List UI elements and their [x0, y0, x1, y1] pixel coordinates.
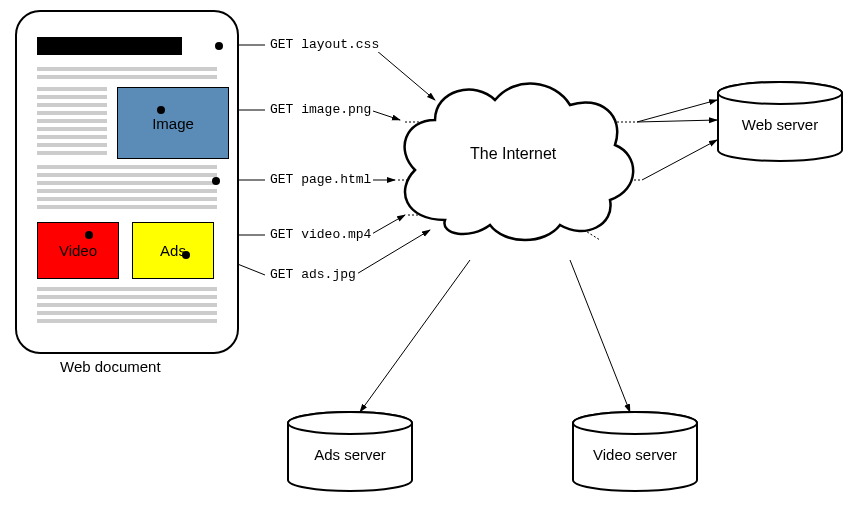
- text-line: [37, 287, 217, 291]
- text-line: [37, 75, 217, 79]
- svg-line-19: [570, 260, 630, 412]
- video-box: Video: [37, 222, 119, 279]
- get-ads-label: GET ads.jpg: [268, 267, 358, 282]
- video-label: Video: [59, 242, 97, 259]
- text-line: [37, 181, 217, 185]
- text-line: [37, 151, 107, 155]
- web-document-box: Image Video Ads: [15, 10, 239, 354]
- text-line: [37, 135, 107, 139]
- svg-point-21: [718, 82, 842, 104]
- text-line: [37, 165, 217, 169]
- text-line: [37, 197, 217, 201]
- web-document-label: Web document: [60, 358, 161, 375]
- dot-video: [85, 231, 93, 239]
- text-line: [37, 143, 107, 147]
- text-line: [37, 205, 217, 209]
- get-image-label: GET image.png: [268, 102, 373, 117]
- dot-layout: [215, 42, 223, 50]
- web-server-label: Web server: [742, 108, 818, 133]
- dot-image: [157, 106, 165, 114]
- get-layout-label: GET layout.css: [268, 37, 381, 52]
- image-box: Image: [117, 87, 229, 159]
- text-line: [37, 103, 107, 107]
- svg-line-18: [360, 260, 470, 412]
- ads-server-cylinder: Ads server: [285, 410, 415, 490]
- text-line: [37, 295, 217, 299]
- get-video-label: GET video.mp4: [268, 227, 373, 242]
- image-label: Image: [152, 115, 194, 132]
- text-line: [37, 127, 107, 131]
- text-line: [37, 319, 217, 323]
- text-line: [37, 173, 217, 177]
- svg-line-16: [637, 120, 717, 122]
- dot-ads: [182, 251, 190, 259]
- video-server-cylinder: Video server: [570, 410, 700, 490]
- text-line: [37, 95, 107, 99]
- web-server-cylinder: Web server: [715, 80, 845, 160]
- text-line: [37, 311, 217, 315]
- text-line: [37, 111, 107, 115]
- text-line: [37, 87, 107, 91]
- text-line: [37, 67, 217, 71]
- text-line: [37, 119, 107, 123]
- ads-box: Ads: [132, 222, 214, 279]
- ads-server-label: Ads server: [314, 438, 386, 463]
- svg-point-25: [573, 412, 697, 434]
- svg-point-23: [288, 412, 412, 434]
- internet-label: The Internet: [470, 145, 556, 163]
- text-line: [37, 303, 217, 307]
- text-line: [37, 189, 217, 193]
- dot-page: [212, 177, 220, 185]
- video-server-label: Video server: [593, 438, 677, 463]
- doc-title-bar: [37, 37, 182, 55]
- svg-line-15: [637, 100, 717, 122]
- svg-line-17: [642, 140, 717, 180]
- get-page-label: GET page.html: [268, 172, 373, 187]
